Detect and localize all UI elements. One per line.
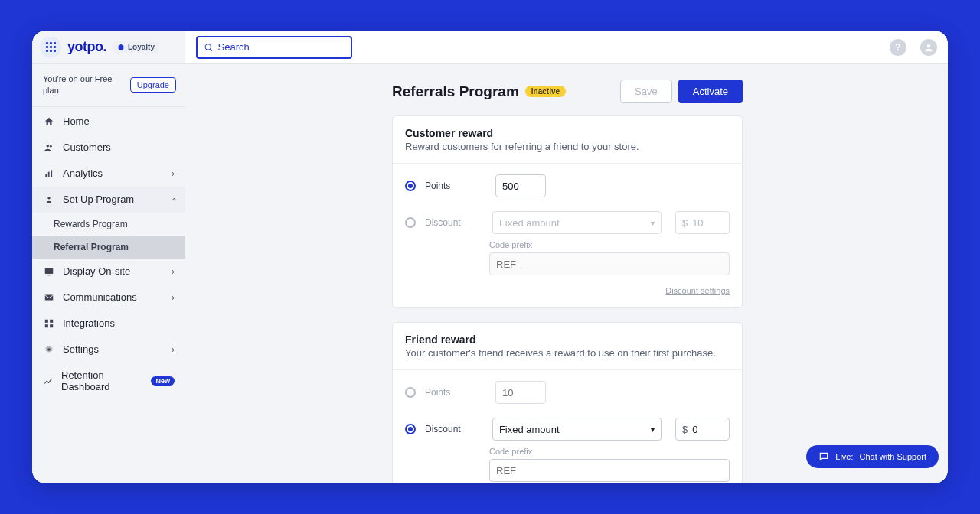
search-icon	[204, 42, 214, 53]
svg-point-1	[50, 145, 52, 148]
new-badge: New	[151, 376, 175, 386]
search-box[interactable]	[196, 36, 352, 59]
svg-point-14	[205, 44, 211, 49]
chevron-up-icon: ›	[167, 198, 178, 201]
nav-display-onsite[interactable]: Display On-site ›	[32, 259, 185, 285]
chevron-down-icon: ▾	[651, 425, 655, 434]
nav-settings[interactable]: Settings ›	[32, 337, 185, 363]
sidebar: yotpo. Loyalty You're on our Free plan U…	[32, 31, 185, 483]
svg-rect-10	[50, 320, 53, 323]
setup-icon	[43, 194, 55, 206]
top-bar: ?	[185, 31, 948, 64]
nav: Home Customers Analytics › Set Up Progra…	[32, 107, 185, 399]
friend-discount-amount[interactable]: $	[675, 418, 730, 441]
customer-reward-subtitle: Reward customers for referring a friend …	[405, 141, 730, 152]
customer-reward-title: Customer reward	[405, 127, 730, 139]
mail-icon	[43, 291, 55, 304]
nav-home[interactable]: Home	[32, 109, 185, 135]
friend-reward-card: Friend reward Your customer's friend rec…	[392, 322, 743, 483]
main: ? Referrals Program Inactive Save Activa…	[185, 31, 948, 483]
analytics-icon	[43, 168, 55, 180]
activate-button[interactable]: Activate	[678, 80, 743, 103]
friend-points-input[interactable]	[495, 381, 546, 404]
yotpo-logo: yotpo.	[67, 39, 106, 55]
svg-rect-9	[45, 320, 48, 323]
chevron-right-icon: ›	[172, 343, 175, 355]
nav-integrations[interactable]: Integrations	[32, 311, 185, 337]
svg-rect-2	[45, 174, 47, 177]
discount-label: Discount	[425, 217, 483, 228]
chevron-right-icon: ›	[172, 265, 175, 277]
svg-rect-7	[47, 275, 51, 275]
code-prefix-label: Code prefix	[489, 240, 730, 249]
content: Referrals Program Inactive Save Activate…	[185, 64, 948, 483]
svg-rect-11	[45, 324, 48, 327]
svg-point-15	[927, 44, 931, 47]
avatar[interactable]	[920, 39, 937, 56]
friend-code-prefix-input[interactable]	[489, 459, 730, 482]
customer-discount-radio[interactable]	[405, 217, 416, 228]
page-actions: Save Activate	[620, 80, 743, 103]
status-badge: Inactive	[525, 86, 566, 97]
chevron-right-icon: ›	[172, 168, 175, 179]
friend-points-radio[interactable]	[405, 387, 416, 398]
app-window: yotpo. Loyalty You're on our Free plan U…	[32, 31, 948, 483]
nav-communications[interactable]: Communications ›	[32, 285, 185, 311]
retention-icon	[43, 375, 54, 387]
customer-points-input[interactable]	[495, 174, 546, 197]
customer-reward-card: Customer reward Reward customers for ref…	[392, 115, 743, 308]
page-header: Referrals Program Inactive Save Activate	[392, 80, 743, 103]
nav-customers[interactable]: Customers	[32, 135, 185, 161]
discount-settings-link[interactable]: Discount settings	[665, 286, 730, 295]
chevron-down-icon: ▾	[651, 219, 655, 227]
chevron-right-icon: ›	[172, 291, 175, 303]
top-icons: ?	[890, 39, 937, 56]
svg-rect-4	[51, 170, 52, 177]
home-icon	[43, 115, 55, 128]
points-label: Points	[425, 181, 486, 191]
customer-discount-amount[interactable]: $ 10	[675, 211, 730, 234]
customer-code-prefix-input[interactable]	[489, 252, 730, 275]
chat-icon	[818, 451, 829, 462]
friend-reward-subtitle: Your customer's friend receives a reward…	[405, 347, 730, 359]
product-pill[interactable]: Loyalty	[113, 41, 159, 53]
svg-rect-3	[48, 171, 50, 177]
save-button[interactable]: Save	[620, 80, 672, 103]
customers-icon	[43, 142, 55, 154]
customer-discount-type-select[interactable]: Fixed amount ▾	[492, 211, 662, 234]
friend-points-label: Points	[425, 387, 486, 398]
chat-live-label: Live:	[835, 452, 853, 461]
chat-label: Chat with Support	[860, 452, 926, 461]
nav-setup-program[interactable]: Set Up Program ›	[32, 187, 185, 213]
svg-point-0	[47, 145, 50, 148]
svg-rect-12	[50, 324, 53, 327]
apps-icon[interactable]	[40, 37, 61, 58]
nav-sub-rewards[interactable]: Rewards Program	[32, 213, 185, 236]
plan-text: You're on our Free plan	[43, 73, 124, 97]
plan-box: You're on our Free plan Upgrade	[32, 64, 185, 107]
customer-points-radio[interactable]	[405, 181, 416, 191]
nav-analytics[interactable]: Analytics ›	[32, 161, 185, 187]
gear-icon	[43, 343, 55, 356]
friend-discount-label: Discount	[425, 424, 483, 434]
page-title: Referrals Program	[392, 83, 519, 100]
friend-discount-value-input[interactable]	[692, 424, 723, 435]
friend-reward-title: Friend reward	[405, 333, 730, 346]
nav-sub-referral[interactable]: Referral Program	[32, 236, 185, 259]
help-icon[interactable]: ?	[890, 39, 906, 56]
svg-rect-6	[45, 268, 54, 274]
svg-rect-8	[45, 294, 54, 300]
nav-retention-dashboard[interactable]: Retention Dashboard New	[32, 363, 185, 399]
chat-support-button[interactable]: Live: Chat with Support	[806, 445, 939, 468]
friend-discount-radio[interactable]	[405, 424, 416, 434]
upgrade-button[interactable]: Upgrade	[130, 77, 176, 93]
friend-discount-type-select[interactable]: Fixed amount ▾	[492, 418, 662, 441]
friend-code-prefix-label: Code prefix	[489, 447, 730, 456]
product-name: Loyalty	[128, 43, 155, 51]
integrations-icon	[43, 317, 55, 330]
brand-bar: yotpo. Loyalty	[32, 31, 185, 64]
display-icon	[43, 265, 55, 278]
svg-point-5	[47, 197, 51, 200]
search-input[interactable]	[218, 41, 345, 53]
